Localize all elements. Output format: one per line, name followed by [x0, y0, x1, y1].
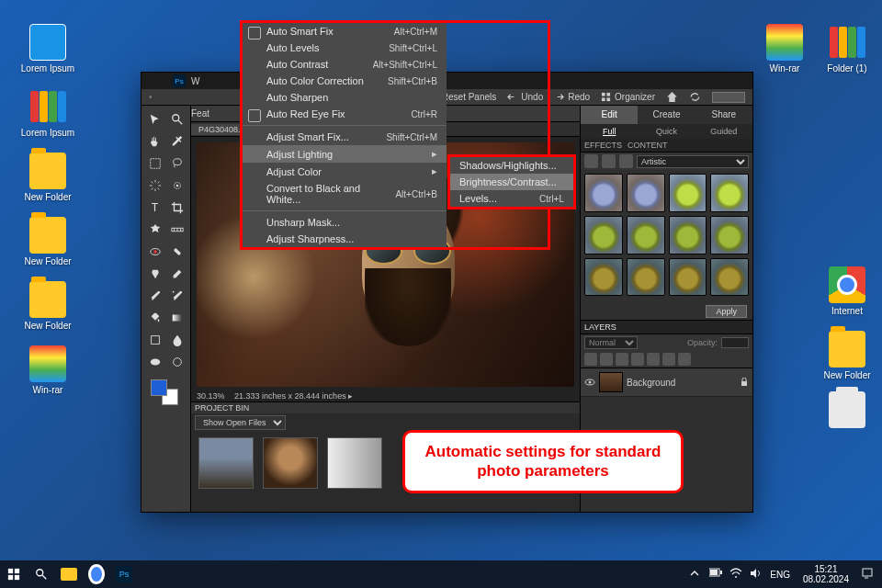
effect-thumb[interactable]: [584, 258, 623, 297]
desktop-icon-archive[interactable]: Win-rar: [755, 24, 814, 74]
style-icon[interactable]: [602, 154, 616, 168]
tool-eraser[interactable]: [167, 264, 187, 284]
mode-edit[interactable]: Edit: [581, 106, 638, 124]
chevron-up-icon[interactable]: [689, 568, 702, 581]
menu-auto-smart-fix[interactable]: Auto Smart FixAlt+Ctrl+M: [243, 23, 447, 40]
fx-icon[interactable]: [600, 353, 613, 366]
bin-thumb[interactable]: [198, 437, 254, 489]
mode-create[interactable]: Create: [638, 106, 695, 124]
tool-brush[interactable]: [145, 286, 165, 306]
effect-thumb[interactable]: [669, 174, 707, 212]
menu-auto-sharpen[interactable]: Auto Sharpen: [243, 89, 447, 106]
submode-quick[interactable]: Quick: [638, 124, 695, 139]
desktop-icon-doc[interactable]: Lorem Ipsum: [18, 24, 77, 74]
filter-icon[interactable]: [584, 154, 598, 168]
volume-icon[interactable]: [750, 568, 763, 581]
link-icon[interactable]: [647, 353, 660, 366]
mask-icon[interactable]: [616, 353, 628, 366]
tab-content[interactable]: CONTENT: [628, 141, 668, 150]
tool-sponge[interactable]: [145, 352, 165, 372]
apply-button[interactable]: Apply: [706, 305, 747, 318]
projectbin-select[interactable]: Show Open Files: [195, 415, 286, 430]
redo-button[interactable]: Redo: [554, 92, 590, 102]
battery-icon[interactable]: [709, 568, 722, 581]
menu-convert-bw[interactable]: Convert to Black and White...Alt+Ctrl+B: [243, 180, 447, 208]
menu-adjust-color[interactable]: Adjust Color▸: [243, 163, 447, 180]
menu-auto-color[interactable]: Auto Color CorrectionShift+Ctrl+B: [243, 73, 447, 89]
tool-cookie[interactable]: [145, 220, 165, 240]
tool-blur[interactable]: [167, 330, 187, 350]
tool-eyedropper[interactable]: [167, 131, 187, 152]
menu-levels[interactable]: Levels...Ctrl+L: [450, 190, 573, 207]
menu-adjust-lighting[interactable]: Adjust Lighting▸: [243, 145, 447, 163]
task-explorer[interactable]: [55, 560, 83, 588]
submode-guided[interactable]: Guided: [695, 124, 752, 139]
desktop-icon-folder[interactable]: New Folder: [18, 153, 77, 202]
bin-thumb[interactable]: [327, 437, 382, 489]
sync-icon[interactable]: [689, 91, 701, 103]
menu-unsharp-mask[interactable]: Unsharp Mask...: [243, 214, 447, 231]
search-button[interactable]: [28, 560, 55, 588]
home-icon[interactable]: [666, 91, 678, 103]
effect-thumb[interactable]: [584, 216, 623, 254]
menu-auto-redeye[interactable]: Auto Red Eye FixCtrl+R: [243, 106, 447, 122]
language-indicator[interactable]: ENG: [770, 570, 790, 580]
tool-lasso[interactable]: [167, 153, 187, 174]
tool-type[interactable]: T: [145, 198, 165, 218]
desktop-icon-binders[interactable]: Lorem Ipsum: [18, 88, 77, 138]
desktop-icon-folder[interactable]: New Folder: [18, 281, 77, 331]
desktop-icon-folder[interactable]: New Folder: [818, 331, 876, 380]
zoom-value[interactable]: 30.13%: [197, 391, 225, 401]
task-chrome[interactable]: [83, 560, 110, 588]
search-field[interactable]: [712, 92, 745, 103]
effect-thumb[interactable]: [710, 258, 749, 297]
wifi-icon[interactable]: [729, 568, 742, 581]
clock[interactable]: 15:21 08.02.2024: [797, 564, 854, 584]
start-button[interactable]: [0, 560, 28, 588]
menu-adjust-smart-fix[interactable]: Adjust Smart Fix...Shift+Ctrl+M: [243, 129, 447, 145]
tab-effects[interactable]: EFFECTS: [584, 141, 622, 150]
tool-hand[interactable]: [145, 131, 165, 152]
effect-thumb[interactable]: [627, 174, 665, 212]
menu-unknown[interactable]: •: [149, 92, 153, 102]
layer-row[interactable]: Background: [581, 368, 752, 397]
tool-crop[interactable]: [167, 198, 187, 218]
bin-thumb[interactable]: [263, 437, 318, 489]
lock-icon[interactable]: [662, 353, 675, 366]
tool-healing[interactable]: [167, 242, 187, 262]
effect-thumb[interactable]: [627, 258, 665, 297]
effect-thumb[interactable]: [669, 258, 707, 297]
tool-gradient[interactable]: [167, 308, 187, 328]
desktop-icon-folder[interactable]: New Folder: [18, 217, 77, 266]
desktop-icon-binders[interactable]: Folder (1): [818, 24, 876, 74]
notifications-icon[interactable]: [862, 568, 875, 581]
tool-shape[interactable]: [145, 330, 165, 350]
adjust-icon[interactable]: [631, 353, 644, 366]
tool-clone[interactable]: [145, 264, 165, 284]
tool-fill[interactable]: [145, 308, 165, 328]
mode-share[interactable]: Share: [695, 106, 752, 124]
tool-detail[interactable]: [167, 352, 187, 372]
effect-thumb[interactable]: [669, 216, 707, 254]
tool-move[interactable]: [145, 109, 165, 130]
photo-icon[interactable]: [619, 154, 633, 168]
desktop-icon-archive[interactable]: Win-rar: [18, 345, 77, 395]
eye-icon[interactable]: [584, 377, 595, 388]
desktop-icon-chrome[interactable]: Internet: [818, 266, 876, 316]
tool-quickselect[interactable]: [167, 175, 187, 196]
menu-shadows-highlights[interactable]: Shadows/Highlights...: [450, 157, 573, 174]
tool-zoom[interactable]: [167, 109, 187, 130]
menu-auto-contrast[interactable]: Auto ContrastAlt+Shift+Ctrl+L: [243, 56, 447, 73]
task-pse[interactable]: Ps: [110, 560, 138, 588]
color-swatches[interactable]: [145, 378, 187, 407]
tool-straighten[interactable]: [167, 220, 187, 240]
effects-category-select[interactable]: Artistic: [637, 155, 749, 168]
effect-thumb[interactable]: [710, 174, 749, 212]
submode-full[interactable]: Full: [581, 124, 638, 139]
trash-icon[interactable]: [678, 353, 691, 366]
effect-thumb[interactable]: [710, 216, 749, 254]
desktop-icon-trash[interactable]: [818, 391, 876, 431]
new-layer-icon[interactable]: [584, 353, 597, 366]
menu-auto-levels[interactable]: Auto LevelsShift+Ctrl+L: [243, 40, 447, 56]
blend-mode-select[interactable]: Normal: [584, 336, 638, 349]
